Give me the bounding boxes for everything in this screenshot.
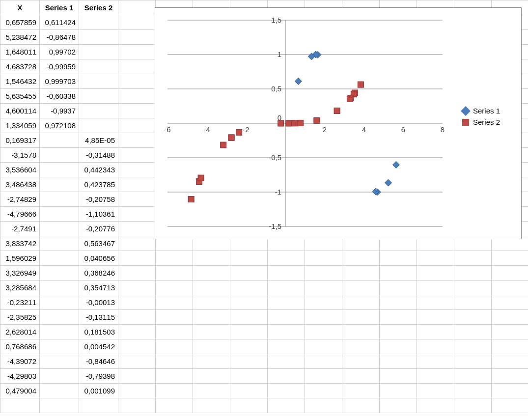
svg-rect-41 — [278, 120, 284, 126]
cell-s2[interactable] — [79, 104, 118, 118]
cell-s2[interactable]: 0,004542 — [79, 339, 118, 354]
cell-s2[interactable]: 0,181503 — [79, 325, 118, 339]
cell-s1[interactable]: 0,611424 — [40, 15, 79, 30]
cell-s1[interactable]: -0,99959 — [40, 59, 79, 74]
cell-s1[interactable] — [40, 251, 79, 266]
cell-s2[interactable]: -0,20758 — [79, 192, 118, 207]
cell-s2[interactable] — [79, 30, 118, 45]
cell-s1[interactable]: -0,60338 — [40, 89, 79, 104]
table-row[interactable]: 1,5960290,040656 — [0, 251, 528, 266]
cell-x[interactable]: -4,29803 — [0, 369, 40, 384]
table-row[interactable]: -0,23211-0,00013 — [0, 295, 528, 310]
cell-s2[interactable]: 0,040656 — [79, 251, 118, 266]
cell-s2[interactable]: -0,79398 — [79, 369, 118, 384]
table-row[interactable]: -2,35825-0,13115 — [0, 310, 528, 325]
cell-s2[interactable]: -0,31488 — [79, 148, 118, 163]
table-row[interactable]: 3,2856840,354713 — [0, 280, 528, 295]
cell-x[interactable]: 1,546432 — [0, 74, 40, 89]
cell-s1[interactable] — [40, 325, 79, 339]
svg-text:-4: -4 — [203, 125, 210, 134]
cell-x[interactable]: 3,536604 — [0, 163, 40, 177]
table-row[interactable]: 0,4790040,001099 — [0, 384, 528, 398]
cell-s2[interactable] — [79, 45, 118, 59]
cell-s2[interactable]: 0,368246 — [79, 266, 118, 280]
cell-x[interactable]: -4,79666 — [0, 207, 40, 222]
cell-x[interactable]: 3,833742 — [0, 236, 40, 251]
cell-x[interactable]: -2,74829 — [0, 192, 40, 207]
cell-x[interactable]: 5,635455 — [0, 89, 40, 104]
cell-x[interactable]: 0,479004 — [0, 384, 40, 398]
scatter-chart[interactable]: -6-4-224681,510,50-0,5-1-1,5 Series 1 Se… — [155, 7, 522, 239]
cell-x[interactable]: 1,334059 — [0, 118, 40, 133]
cell-x[interactable]: 3,486438 — [0, 177, 40, 192]
cell-s1[interactable] — [40, 148, 79, 163]
cell-s1[interactable] — [40, 236, 79, 251]
cell-x[interactable]: -4,39072 — [0, 354, 40, 369]
cell-s2[interactable]: -0,13115 — [79, 310, 118, 325]
legend-item-series1[interactable]: Series 1 — [462, 107, 516, 115]
cell-s2[interactable] — [79, 15, 118, 30]
table-row[interactable]: -4,29803-0,79398 — [0, 369, 528, 384]
cell-s2[interactable]: -0,00013 — [79, 295, 118, 310]
cell-s1[interactable] — [40, 266, 79, 280]
cell-s2[interactable]: 0,563467 — [79, 236, 118, 251]
cell-x[interactable]: 0,768686 — [0, 339, 40, 354]
cell-s1[interactable] — [40, 354, 79, 369]
cell-x[interactable]: -2,7491 — [0, 222, 40, 236]
cell-s2[interactable]: -0,84646 — [79, 354, 118, 369]
cell-x[interactable]: 1,648011 — [0, 45, 40, 59]
cell-s1[interactable] — [40, 339, 79, 354]
svg-text:-1,5: -1,5 — [269, 222, 281, 230]
cell-s1[interactable] — [40, 163, 79, 177]
cell-x[interactable]: -0,23211 — [0, 295, 40, 310]
cell-s1[interactable] — [40, 384, 79, 398]
cell-s2[interactable]: 4,85E-05 — [79, 133, 118, 148]
cell-s1[interactable] — [40, 280, 79, 295]
cell-s2[interactable] — [79, 74, 118, 89]
cell-s2[interactable]: 0,423785 — [79, 177, 118, 192]
cell-s1[interactable] — [40, 133, 79, 148]
table-row[interactable]: -4,39072-0,84646 — [0, 354, 528, 369]
col-header-x[interactable]: X — [0, 0, 40, 15]
cell-x[interactable]: 3,326949 — [0, 266, 40, 280]
svg-rect-42 — [236, 129, 242, 135]
cell-x[interactable]: 0,657859 — [0, 15, 40, 30]
cell-x[interactable]: -2,35825 — [0, 310, 40, 325]
cell-s2[interactable] — [79, 59, 118, 74]
svg-rect-46 — [198, 175, 204, 181]
worksheet-container: { "table": { "headers": ["X", "Series 1"… — [0, 0, 528, 420]
cell-x[interactable]: 1,596029 — [0, 251, 40, 266]
cell-s1[interactable] — [40, 295, 79, 310]
table-row[interactable]: 2,6280140,181503 — [0, 325, 528, 339]
cell-x[interactable]: 4,683728 — [0, 59, 40, 74]
cell-s1[interactable] — [40, 310, 79, 325]
cell-s2[interactable] — [79, 118, 118, 133]
cell-s2[interactable]: -0,20776 — [79, 222, 118, 236]
table-row[interactable]: 0,7686860,004542 — [0, 339, 528, 354]
cell-x[interactable]: 5,238472 — [0, 30, 40, 45]
cell-s1[interactable]: -0,9937 — [40, 104, 79, 118]
cell-s2[interactable] — [79, 89, 118, 104]
cell-x[interactable]: 0,169317 — [0, 133, 40, 148]
cell-s2[interactable]: 0,001099 — [79, 384, 118, 398]
cell-s1[interactable]: 0,99702 — [40, 45, 79, 59]
col-header-s2[interactable]: Series 2 — [79, 0, 118, 15]
cell-s2[interactable]: -1,10361 — [79, 207, 118, 222]
cell-s1[interactable] — [40, 192, 79, 207]
cell-s1[interactable] — [40, 207, 79, 222]
table-row[interactable]: 3,3269490,368246 — [0, 266, 528, 280]
cell-s1[interactable] — [40, 369, 79, 384]
cell-x[interactable]: 3,285684 — [0, 280, 40, 295]
cell-s2[interactable]: 0,442343 — [79, 163, 118, 177]
cell-s1[interactable]: 0,972108 — [40, 118, 79, 133]
cell-s1[interactable]: -0,86478 — [40, 30, 79, 45]
cell-s2[interactable]: 0,354713 — [79, 280, 118, 295]
legend-item-series2[interactable]: Series 2 — [462, 118, 516, 126]
cell-s1[interactable] — [40, 177, 79, 192]
col-header-s1[interactable]: Series 1 — [40, 0, 79, 15]
cell-s1[interactable] — [40, 222, 79, 236]
cell-x[interactable]: 2,628014 — [0, 325, 40, 339]
cell-s1[interactable]: 0,999703 — [40, 74, 79, 89]
cell-x[interactable]: -3,1578 — [0, 148, 40, 163]
cell-x[interactable]: 4,600114 — [0, 104, 40, 118]
